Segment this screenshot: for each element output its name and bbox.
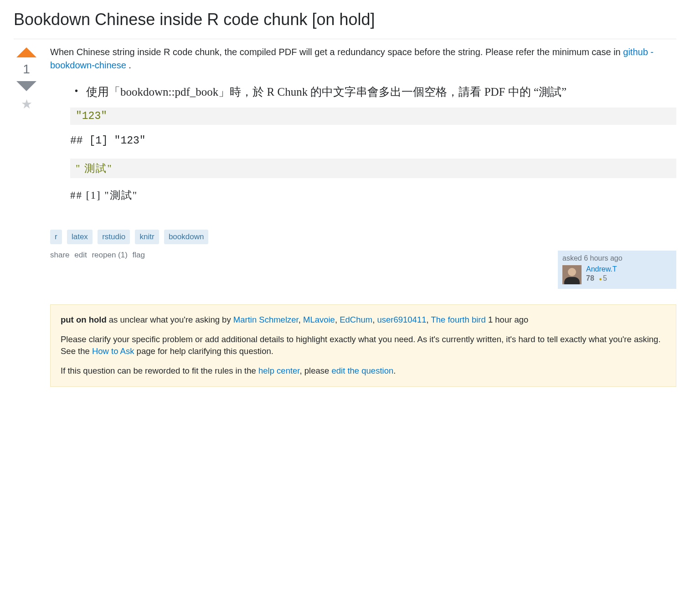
edit-question-link[interactable]: edit the question xyxy=(331,366,393,375)
tag-rstudio[interactable]: rstudio xyxy=(98,230,130,244)
intro-text-before: When Chinese string inside R code chunk,… xyxy=(50,47,623,57)
share-link[interactable]: share xyxy=(50,251,70,259)
closer-3[interactable]: EdChum xyxy=(340,315,372,324)
notice-line1-text: as unclear what you're asking by xyxy=(107,315,233,324)
bronze-badge-count: 5 xyxy=(603,274,607,282)
code-block-1: "123" xyxy=(70,108,676,125)
user-name-link[interactable]: Andrew.T xyxy=(586,265,617,273)
tag-knitr[interactable]: knitr xyxy=(135,230,159,244)
on-hold-notice: put on hold as unclear what you're askin… xyxy=(50,304,676,387)
header-divider xyxy=(14,39,676,39)
question-title: Bookdown Chinese inside R code chunk [on… xyxy=(14,9,676,31)
notice-line1-time: 1 hour ago xyxy=(486,315,529,324)
notice-line-2: Please clarify your specific problem or … xyxy=(61,334,666,358)
closer-1[interactable]: Martin Schmelzer xyxy=(233,315,299,324)
output-block-2: ## [1] "測試" xyxy=(50,185,676,211)
question-container: 1 ★ When Chinese string inside R code ch… xyxy=(14,46,676,387)
how-to-ask-link[interactable]: How to Ask xyxy=(92,346,134,356)
post-menu: share edit reopen (1) flag xyxy=(50,251,148,260)
notice-line-3: If this question can be reworded to fit … xyxy=(61,365,666,377)
post-body: When Chinese string inside R code chunk,… xyxy=(50,46,676,387)
closer-4[interactable]: user6910411 xyxy=(377,315,426,324)
tag-r[interactable]: r xyxy=(50,230,62,244)
notice-line-1: put on hold as unclear what you're askin… xyxy=(61,314,666,326)
rep-value: 78 xyxy=(586,274,594,282)
put-on-hold-label: put on hold xyxy=(61,315,107,324)
vote-count: 1 xyxy=(23,59,30,79)
user-reputation: 78 ●5 xyxy=(586,274,617,282)
user-card: asked 6 hours ago Andrew.T 78 ●5 xyxy=(558,251,676,289)
tag-latex[interactable]: latex xyxy=(67,230,93,244)
closer-2[interactable]: MLavoie xyxy=(303,315,335,324)
notice-line3-after: . xyxy=(393,366,396,375)
flag-link[interactable]: flag xyxy=(133,251,145,259)
code-block-2: " 測試" xyxy=(70,159,676,178)
tag-bookdown[interactable]: bookdown xyxy=(164,230,209,244)
vote-column: 1 ★ xyxy=(14,46,39,112)
bullet-dot-icon: • xyxy=(75,86,78,96)
closer-5[interactable]: The fourth bird xyxy=(431,315,485,324)
post-intro: When Chinese string inside R code chunk,… xyxy=(50,46,676,72)
edit-link[interactable]: edit xyxy=(74,251,87,259)
reopen-link[interactable]: reopen (1) xyxy=(92,251,127,259)
downvote-button[interactable] xyxy=(16,81,36,91)
bronze-badge-icon: ● xyxy=(599,276,602,282)
help-center-link[interactable]: help center xyxy=(258,366,300,375)
actions-row: share edit reopen (1) flag asked 6 hours… xyxy=(50,251,676,289)
notice-line3-before: If this question can be reworded to fit … xyxy=(61,366,258,375)
asked-time: asked 6 hours ago xyxy=(562,254,672,262)
avatar[interactable] xyxy=(562,265,582,284)
output-block-1: ## [1] "123" xyxy=(50,131,676,156)
notice-line3-mid: , please xyxy=(300,366,332,375)
favorite-star-icon[interactable]: ★ xyxy=(21,97,32,112)
notice-line2-after: page for help clarifying this question. xyxy=(134,346,273,356)
bullet-list: • 使用「bookdown::pdf_book」時，於 R Chunk 的中文字… xyxy=(50,83,676,101)
upvote-button[interactable] xyxy=(16,47,36,57)
tag-list: r latex rstudio knitr bookdown xyxy=(50,230,676,244)
intro-text-after: . xyxy=(129,60,131,70)
bullet-text: 使用「bookdown::pdf_book」時，於 R Chunk 的中文字串會… xyxy=(86,83,566,101)
